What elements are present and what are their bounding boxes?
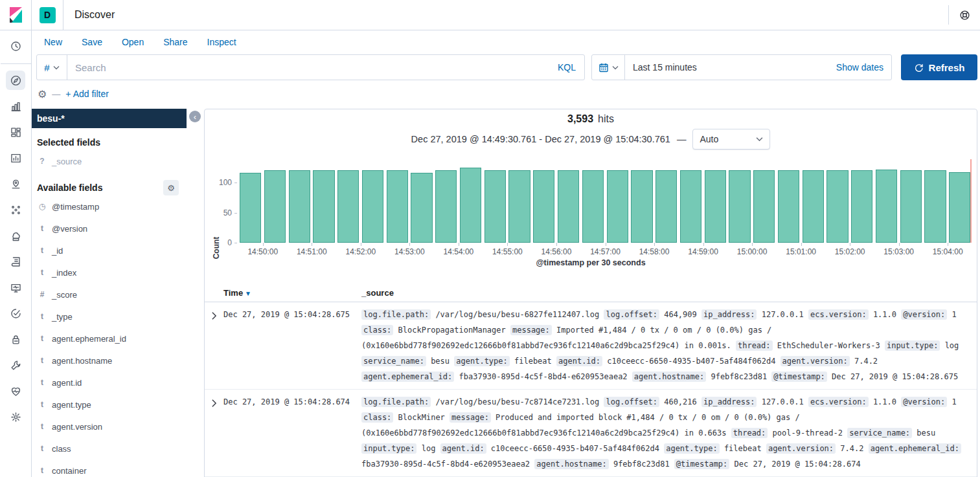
rail-item-stack-monitoring[interactable] xyxy=(6,381,25,401)
field-name: class xyxy=(52,444,71,454)
interval-select[interactable]: Auto xyxy=(692,129,770,150)
rail-item-management[interactable] xyxy=(6,407,25,427)
field-item-container[interactable]: tcontainer xyxy=(31,460,187,477)
saved-query-menu-button[interactable]: # xyxy=(37,55,67,80)
source-field-name: service_name: xyxy=(847,428,912,438)
histogram-bar[interactable] xyxy=(949,172,970,243)
histogram-bar[interactable] xyxy=(924,170,946,243)
kibana-logo-button[interactable] xyxy=(0,0,32,30)
index-pattern-selector[interactable]: besu-* xyxy=(31,109,187,128)
collapse-sidebar-button[interactable]: ‹ xyxy=(189,111,201,122)
x-tick-label: 14:50:00 xyxy=(240,247,286,256)
inspect-button[interactable]: Inspect xyxy=(207,37,236,47)
expand-row-button[interactable] xyxy=(205,307,223,320)
rail-item-visualize[interactable] xyxy=(6,96,25,116)
histogram-bar[interactable] xyxy=(851,170,872,243)
rail-item-discover[interactable] xyxy=(6,71,25,90)
share-button[interactable]: Share xyxy=(163,37,187,47)
rail-item-machine-learning[interactable] xyxy=(6,200,25,219)
field-item-@version[interactable]: t@version xyxy=(31,217,187,239)
histogram-bar[interactable] xyxy=(631,170,652,243)
rail-item-logs[interactable] xyxy=(6,252,25,271)
field-item-agent.hostname[interactable]: tagent.hostname xyxy=(31,349,187,372)
rail-top xyxy=(6,30,25,56)
new-button[interactable]: New xyxy=(44,37,62,47)
date-quick-menu-button[interactable] xyxy=(592,55,625,80)
search-input[interactable] xyxy=(67,62,558,73)
histogram-bar[interactable] xyxy=(508,170,530,243)
field-item-_index[interactable]: t_index xyxy=(31,261,187,283)
kql-toggle[interactable]: KQL xyxy=(558,62,584,72)
discover-app-badge[interactable]: D xyxy=(40,7,56,23)
time-range-value[interactable]: Last 15 minutes xyxy=(625,62,697,72)
field-name: agent.id xyxy=(52,378,82,388)
field-item-agent.id[interactable]: tagent.id xyxy=(31,372,187,394)
rail-item-dev-tools[interactable] xyxy=(6,355,25,375)
histogram-bar[interactable] xyxy=(313,170,334,243)
field-settings-gear-icon[interactable]: ⚙ xyxy=(163,180,179,195)
add-filter-button[interactable]: + Add filter xyxy=(65,89,109,99)
histogram-bar[interactable] xyxy=(484,170,506,243)
rail-item-canvas[interactable] xyxy=(6,148,25,168)
field-item-_type[interactable]: t_type xyxy=(31,305,187,327)
histogram-bar[interactable] xyxy=(876,170,897,243)
rail-item-uptime[interactable] xyxy=(6,304,25,323)
field-item-_score[interactable]: #_score xyxy=(31,283,187,305)
histogram-bar[interactable] xyxy=(289,170,310,243)
histogram-bar[interactable] xyxy=(582,170,604,243)
y-tick-mark xyxy=(234,243,237,243)
field-item-_source[interactable]: ?_source xyxy=(31,151,187,171)
filter-bar: ⚙ — + Add filter xyxy=(31,85,980,102)
histogram-bar[interactable] xyxy=(240,173,261,243)
histogram-bar[interactable] xyxy=(558,170,579,243)
histogram-bar[interactable] xyxy=(826,170,848,243)
histogram-bar[interactable] xyxy=(362,170,383,243)
row-time: Dec 27, 2019 @ 15:04:28.675 xyxy=(223,307,361,319)
rail-item-recently-viewed[interactable] xyxy=(6,36,25,56)
x-tick-mark xyxy=(361,243,361,246)
rail-item-siem[interactable] xyxy=(6,329,25,349)
histogram-bar[interactable] xyxy=(680,170,701,243)
histogram-bar[interactable] xyxy=(900,170,922,243)
source-field-name: ip_address: xyxy=(701,397,757,407)
field-item-_id[interactable]: t_id xyxy=(31,239,187,261)
histogram-bar[interactable] xyxy=(753,170,775,243)
histogram-bar[interactable] xyxy=(533,170,554,243)
x-tick-label: 14:54:00 xyxy=(436,247,481,256)
histogram-bar[interactable] xyxy=(264,170,286,243)
field-item-agent.type[interactable]: tagent.type xyxy=(31,394,187,416)
histogram-bar[interactable] xyxy=(387,170,408,243)
histogram-bar[interactable] xyxy=(460,168,481,243)
x-tick-label: 14:52:00 xyxy=(338,247,383,256)
histogram-bar[interactable] xyxy=(778,170,799,243)
rail-item-maps[interactable] xyxy=(6,174,25,194)
save-button[interactable]: Save xyxy=(82,37,102,47)
histogram-bar[interactable] xyxy=(411,173,432,243)
field-type-icon: t xyxy=(38,422,46,431)
rail-item-metrics[interactable] xyxy=(6,226,25,245)
rail-item-apm[interactable] xyxy=(6,278,25,297)
show-dates-button[interactable]: Show dates xyxy=(836,62,891,72)
column-header-time[interactable]: Time▼ xyxy=(223,288,361,298)
field-type-icon: ? xyxy=(38,157,46,166)
x-tick-mark xyxy=(409,243,410,246)
histogram-bar[interactable] xyxy=(705,170,726,243)
rail-item-dashboard[interactable] xyxy=(6,122,25,142)
field-item-agent.ephemeral_id[interactable]: tagent.ephemeral_id xyxy=(31,327,187,349)
histogram-bar[interactable] xyxy=(803,170,824,243)
field-item-agent.version[interactable]: tagent.version xyxy=(31,416,187,438)
histogram-bar[interactable] xyxy=(607,170,628,243)
expand-row-button[interactable] xyxy=(205,394,223,408)
histogram-bar[interactable] xyxy=(435,170,457,243)
source-field-name: log.offset: xyxy=(604,397,659,407)
field-item-class[interactable]: tclass xyxy=(31,438,187,460)
help-button[interactable] xyxy=(948,5,980,25)
histogram-bar[interactable] xyxy=(337,170,359,243)
filter-options-gear-icon[interactable]: ⚙ xyxy=(38,88,47,100)
field-item-@timestamp[interactable]: ◷@timestamp xyxy=(31,195,187,217)
histogram-bar[interactable] xyxy=(729,170,750,243)
histogram-bar[interactable] xyxy=(655,170,677,243)
x-tick-mark xyxy=(263,243,264,246)
open-button[interactable]: Open xyxy=(122,37,144,47)
refresh-button[interactable]: Refresh xyxy=(901,54,977,80)
